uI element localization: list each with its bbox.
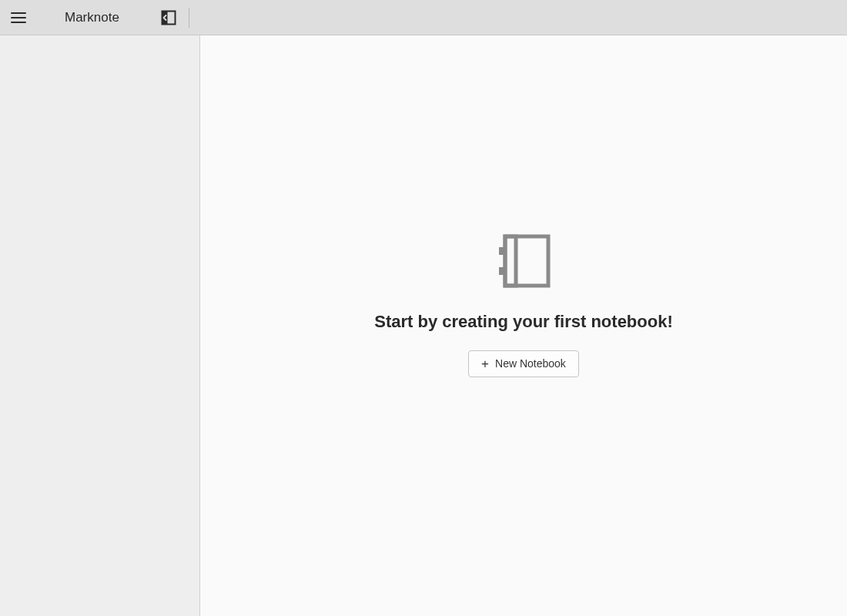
empty-state-message: Start by creating your first notebook!	[374, 312, 673, 332]
new-notebook-label: New Notebook	[495, 357, 566, 370]
collapse-sidebar-button[interactable]	[156, 5, 181, 30]
collapse-left-icon	[161, 10, 176, 25]
new-notebook-button[interactable]: + New Notebook	[468, 350, 579, 377]
empty-state: Start by creating your first notebook! +…	[374, 229, 673, 377]
hamburger-icon	[11, 12, 26, 24]
svg-rect-4	[162, 11, 167, 24]
sidebar	[0, 35, 200, 616]
plus-icon: +	[481, 357, 489, 370]
svg-rect-7	[499, 247, 505, 255]
notebook-icon	[491, 229, 556, 293]
app-title: Marknote	[65, 10, 119, 25]
svg-rect-5	[505, 236, 548, 286]
svg-rect-6	[505, 236, 516, 286]
header-bar: Marknote	[0, 0, 847, 35]
app-window: Marknote Start by creating your first no…	[0, 0, 847, 616]
hamburger-menu-button[interactable]	[6, 5, 31, 30]
body: Start by creating your first notebook! +…	[0, 35, 847, 616]
header-divider	[189, 8, 189, 28]
svg-rect-8	[499, 267, 505, 275]
main-content: Start by creating your first notebook! +…	[200, 35, 847, 616]
